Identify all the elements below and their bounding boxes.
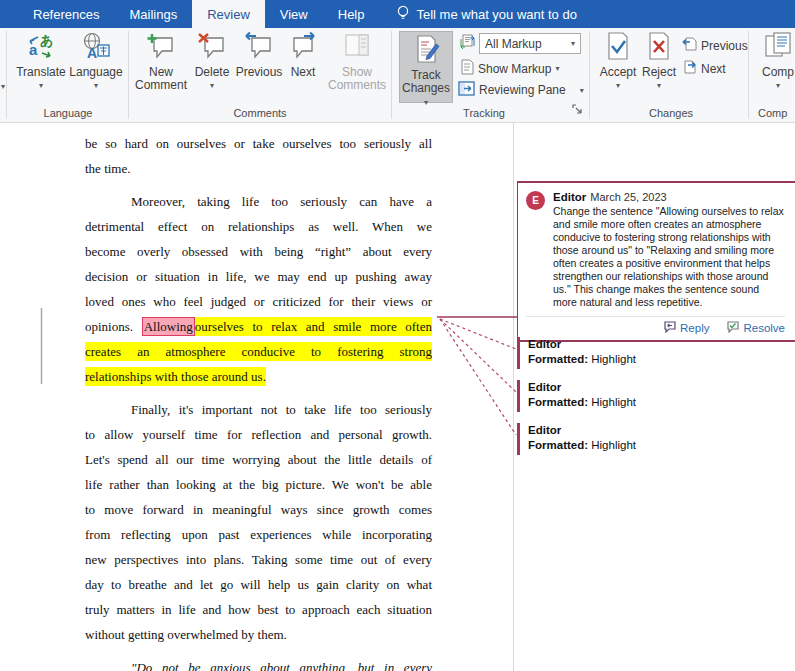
translate-button[interactable]: a あ Translate ▾ [14, 31, 68, 90]
previous-change-icon [681, 36, 697, 55]
tell-me-box[interactable]: Tell me what you want to do [396, 0, 577, 28]
display-for-review-caret: ▾ [571, 39, 575, 48]
compare-button[interactable]: Comp ▾ [756, 31, 795, 90]
previous-comment-label: Previous [236, 66, 283, 79]
new-comment-label: New Comment [134, 66, 188, 92]
track-changes-button[interactable]: Track Changes ▾ [399, 31, 453, 103]
revision-entry[interactable]: EditorFormatted: Highlight [517, 423, 795, 455]
language-label: Language [69, 66, 122, 79]
tab-bar-padding [0, 0, 18, 28]
revision-list: EditorFormatted: HighlightEditorFormatte… [517, 337, 795, 466]
language-caret: ▾ [94, 81, 98, 90]
svg-text:あ: あ [40, 33, 53, 48]
comment-body: Change the sentence "Allowing ourselves … [553, 205, 785, 309]
ribbon: ▾ a あ Translate ▾ A Language ▾ [0, 28, 795, 123]
track-changes-label: Track Changes ▾ [400, 69, 452, 109]
previous-change-button[interactable]: Previous [681, 36, 748, 55]
tab-help[interactable]: Help [323, 0, 380, 28]
accept-button[interactable]: Accept ▾ [597, 31, 639, 90]
next-change-button[interactable]: Next [681, 59, 726, 78]
group-separator [391, 31, 392, 119]
comment-author: Editor [553, 191, 586, 203]
revision-connector-line [440, 319, 516, 349]
comments-group-label: Comments [134, 107, 386, 119]
svg-text:A: A [87, 45, 97, 61]
next-comment-icon [288, 31, 318, 64]
previous-change-label: Previous [701, 39, 748, 53]
resolve-label: Resolve [743, 322, 785, 334]
reviewing-pane-label: Reviewing Pane [479, 83, 566, 97]
cutoff-button-caret[interactable]: ▾ [1, 82, 5, 91]
reject-label: Reject [642, 66, 676, 79]
new-comment-button[interactable]: New Comment [134, 31, 188, 92]
previous-comment-button[interactable]: Previous [236, 31, 282, 79]
group-separator [748, 31, 749, 119]
accept-icon [604, 31, 632, 64]
language-button[interactable]: A Language ▾ [70, 31, 122, 90]
next-change-icon [681, 59, 697, 78]
avatar: E [526, 191, 545, 210]
next-comment-label: Next [291, 66, 316, 79]
comment-header: E EditorMarch 25, 2023 [526, 191, 785, 203]
tab-view[interactable]: View [265, 0, 323, 28]
reject-icon [645, 31, 673, 64]
show-comments-icon [342, 31, 372, 64]
accept-caret: ▾ [616, 81, 620, 90]
accept-label: Accept [600, 66, 637, 79]
group-separator [128, 31, 129, 119]
show-markup-caret: ▾ [555, 64, 559, 73]
tab-review[interactable]: Review [192, 0, 265, 28]
reject-button[interactable]: Reject ▾ [639, 31, 679, 90]
revision-change: Formatted: Highlight [528, 395, 795, 410]
comment-card[interactable]: E EditorMarch 25, 2023 Change the senten… [517, 181, 795, 342]
new-comment-icon [146, 31, 176, 64]
previous-comment-icon [244, 31, 274, 64]
display-for-review-combobox[interactable]: All Markup ▾ [479, 33, 581, 54]
reply-icon [662, 321, 676, 335]
comment-date: March 25, 2023 [590, 191, 666, 203]
reviewing-pane-icon [458, 81, 475, 99]
tell-me-label: Tell me what you want to do [417, 7, 577, 22]
revision-author: Editor [528, 423, 795, 438]
tracking-group-label: Tracking [399, 107, 569, 119]
changes-group-label: Changes [597, 107, 745, 119]
revision-change: Formatted: Highlight [528, 352, 795, 367]
revision-author: Editor [528, 337, 795, 352]
revision-author: Editor [528, 380, 795, 395]
track-changes-icon [411, 34, 441, 67]
language-group-label: Language [14, 107, 122, 119]
group-separator [6, 31, 7, 119]
svg-text:a: a [29, 41, 38, 58]
ribbon-tab-bar: ReferencesMailingsReviewViewHelp Tell me… [0, 0, 795, 28]
revision-entry[interactable]: EditorFormatted: Highlight [517, 380, 795, 412]
tab-references[interactable]: References [18, 0, 114, 28]
group-separator [589, 31, 590, 119]
delete-comment-button[interactable]: Delete ▾ [190, 31, 234, 90]
comment-footer: Reply Resolve [526, 316, 785, 335]
next-change-label: Next [701, 62, 726, 76]
translate-caret: ▾ [39, 81, 43, 90]
show-comments-button[interactable]: Show Comments [328, 31, 386, 92]
show-markup-icon [460, 59, 474, 78]
revision-entry[interactable]: EditorFormatted: Highlight [517, 337, 795, 369]
tab-mailings[interactable]: Mailings [114, 0, 192, 28]
delete-comment-label: Delete [195, 66, 230, 79]
revision-change: Formatted: Highlight [528, 438, 795, 453]
resolve-icon [725, 321, 739, 335]
delete-comment-caret: ▾ [210, 81, 214, 90]
reviewing-pane-button[interactable]: Reviewing Pane ▾ [458, 81, 584, 99]
show-comments-label: Show Comments [328, 66, 386, 92]
markup-options-icon [459, 34, 476, 54]
tab-strip: ReferencesMailingsReviewViewHelp [18, 0, 380, 28]
track-changes-caret: ▾ [424, 98, 428, 107]
delete-comment-icon [197, 31, 227, 64]
resolve-link[interactable]: Resolve [725, 321, 785, 335]
display-for-review-value: All Markup [485, 37, 542, 51]
compare-icon [763, 31, 793, 64]
next-comment-button[interactable]: Next [284, 31, 322, 79]
show-markup-button[interactable]: Show Markup ▾ [460, 59, 559, 78]
compare-group-label: Comp [752, 107, 795, 119]
reply-link[interactable]: Reply [662, 321, 709, 335]
reviewing-pane-caret: ▾ [580, 86, 584, 95]
tracking-dialog-launcher-icon[interactable] [572, 104, 583, 118]
